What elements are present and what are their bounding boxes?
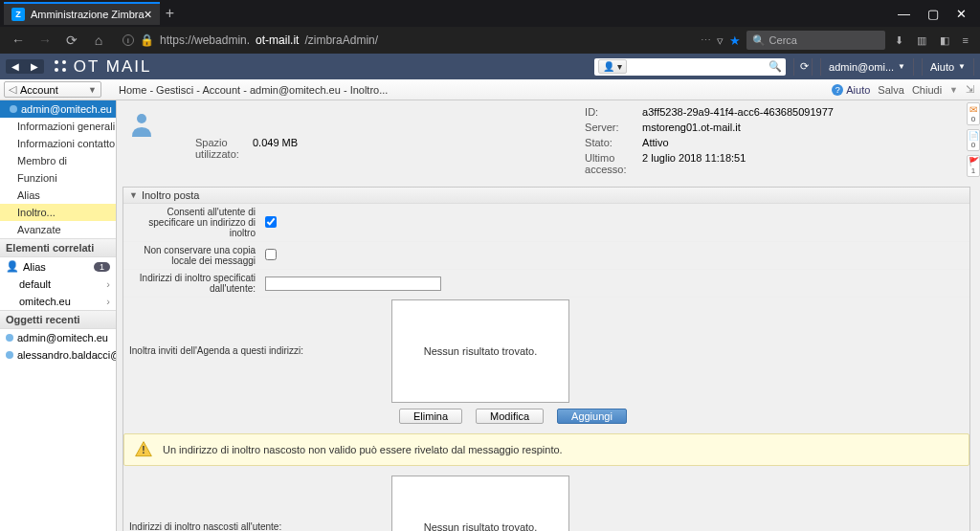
menu-icon[interactable]: ≡ bbox=[963, 34, 969, 47]
downloads-icon[interactable]: ⬇ bbox=[895, 34, 903, 47]
edit-button[interactable]: Modifica bbox=[476, 409, 544, 424]
search-icon[interactable]: 🔍 bbox=[768, 60, 782, 73]
state-label: Stato: bbox=[585, 137, 642, 148]
access-value: 2 luglio 2018 11:18:51 bbox=[642, 152, 746, 175]
hidden-listbox[interactable]: Nessun risultato trovato. bbox=[391, 476, 569, 531]
doc-badge[interactable]: 0 bbox=[967, 129, 980, 151]
collapse-icon: ▼ bbox=[129, 190, 138, 200]
expand-icon[interactable]: ⇲ bbox=[966, 83, 974, 96]
delete-button[interactable]: Elimina bbox=[399, 409, 462, 424]
svg-text:!: ! bbox=[142, 445, 145, 455]
sidebar-item-forwarding[interactable]: Inoltro... bbox=[0, 204, 116, 221]
sidebar-related-header: Elementi correlati bbox=[0, 238, 116, 257]
no-local-copy-label: Non conservare una copia locale dei mess… bbox=[123, 242, 261, 269]
hidden-addresses-label: Indirizzi di inoltro nascosti all'utente… bbox=[123, 474, 391, 531]
app-search[interactable]: 👤 ▾ 🔍 bbox=[594, 58, 786, 76]
add-button[interactable]: Aggiungi bbox=[557, 409, 627, 424]
url-field[interactable]: i 🔒 https://webadmin.ot-mail.it/zimbraAd… bbox=[115, 32, 695, 49]
back-button[interactable]: ← bbox=[8, 30, 29, 51]
refresh-button[interactable]: ⟳ bbox=[793, 58, 813, 76]
window-controls: — ▢ ✕ bbox=[898, 7, 976, 21]
url-suffix: /zimbraAdmin/ bbox=[304, 33, 378, 47]
sidebar-account-header[interactable]: admin@omitech.eu bbox=[0, 100, 116, 118]
access-label: Ultimo accesso: bbox=[585, 152, 642, 175]
tab-close-icon[interactable]: × bbox=[145, 7, 152, 22]
state-value: Attivo bbox=[642, 137, 669, 148]
mail-badge[interactable]: 0 bbox=[967, 102, 980, 125]
save-button[interactable]: Salva bbox=[878, 84, 904, 96]
svg-point-3 bbox=[62, 68, 66, 72]
section-header[interactable]: ▼ Inoltro posta bbox=[123, 188, 969, 204]
home-button[interactable]: ⌂ bbox=[88, 30, 109, 51]
pocket-icon[interactable]: ▿ bbox=[717, 33, 724, 48]
brand-logo: OT MAIL bbox=[54, 57, 151, 77]
user-address-input[interactable] bbox=[265, 277, 441, 291]
content-area: 0 0 1 Spazio utilizzato:0.049 MB ID:a3ff… bbox=[117, 100, 980, 531]
chevron-right-icon: › bbox=[106, 296, 110, 307]
allow-forward-checkbox[interactable] bbox=[265, 216, 277, 228]
svg-point-0 bbox=[55, 60, 58, 64]
sidebar-item-memberof[interactable]: Membro di bbox=[0, 152, 116, 169]
sidebar-item-advanced[interactable]: Avanzate bbox=[0, 221, 116, 238]
help-link[interactable]: ?Aiuto bbox=[832, 84, 870, 96]
alias-icon: 👤 bbox=[6, 260, 19, 273]
history-forward[interactable]: ▶ bbox=[25, 59, 44, 74]
svg-point-4 bbox=[137, 114, 146, 123]
browser-tab[interactable]: Z Amministrazione Zimbra × bbox=[4, 2, 160, 25]
agenda-listbox[interactable]: Nessun risultato trovato. bbox=[391, 299, 569, 403]
sidebar-recent-item[interactable]: alessandro.baldacci@o... › bbox=[0, 346, 116, 364]
flag-badge[interactable]: 1 bbox=[967, 155, 980, 177]
minimize-icon[interactable]: — bbox=[898, 7, 910, 21]
allow-forward-label: Consenti all'utente di specificare un in… bbox=[123, 204, 261, 241]
sidebar-icon[interactable]: ◧ bbox=[940, 34, 949, 47]
sidebar-recent-item[interactable]: admin@omitech.eu bbox=[0, 329, 116, 346]
lock-icon: 🔒 bbox=[140, 33, 154, 47]
search-type-selector[interactable]: 👤 ▾ bbox=[598, 59, 627, 74]
svg-point-2 bbox=[55, 68, 58, 72]
id-label: ID: bbox=[585, 106, 642, 118]
close-chevron-icon[interactable]: ▼ bbox=[949, 85, 958, 95]
new-tab-button[interactable]: + bbox=[166, 5, 174, 22]
sub-nav: ◁ Account ▼ Home - Gestisci - Account - … bbox=[0, 79, 980, 100]
sidebar-related-alias[interactable]: 👤 Alias 1 bbox=[0, 257, 116, 276]
tab-favicon: Z bbox=[11, 8, 25, 21]
alias-count-badge: 1 bbox=[94, 262, 110, 272]
user-addresses-label: Indirizzi di inoltro specificati dall'ut… bbox=[123, 270, 261, 297]
browser-search[interactable]: 🔍 Cerca bbox=[746, 31, 885, 50]
history-back[interactable]: ◀ bbox=[6, 59, 25, 74]
user-menu[interactable]: admin@omi... ▼ bbox=[820, 58, 914, 76]
account-avatar-icon bbox=[126, 110, 157, 141]
library-icon[interactable]: ▥ bbox=[917, 34, 926, 47]
url-domain: ot-mail.it bbox=[256, 33, 299, 47]
user-status-icon bbox=[10, 105, 17, 113]
url-prefix: https://webadmin. bbox=[160, 33, 250, 47]
sidebar-item-contact[interactable]: Informazioni contatto bbox=[0, 135, 116, 152]
search-placeholder: Cerca bbox=[769, 34, 797, 46]
id-value: a3ff5238-29a9-41f4-acc6-463685091977 bbox=[642, 106, 834, 118]
account-selector[interactable]: ◁ Account ▼ bbox=[4, 81, 101, 98]
space-value: 0.049 MB bbox=[253, 137, 298, 160]
sidebar-item-general[interactable]: Informazioni generali bbox=[0, 118, 116, 135]
history-nav: ◀ ▶ bbox=[6, 59, 44, 74]
sidebar-item-alias[interactable]: Alias bbox=[0, 187, 116, 204]
reader-icon[interactable]: ⋯ bbox=[701, 34, 711, 47]
sidebar-recent-header: Oggetti recenti bbox=[0, 310, 116, 329]
chevron-right-icon: › bbox=[106, 278, 110, 290]
sidebar-related-default[interactable]: default › bbox=[0, 276, 116, 293]
sidebar-item-features[interactable]: Funzioni bbox=[0, 169, 116, 187]
no-local-copy-checkbox[interactable] bbox=[265, 249, 277, 260]
info-icon[interactable]: i bbox=[122, 34, 134, 46]
edge-badges: 0 0 1 bbox=[967, 100, 980, 177]
sidebar-related-domain[interactable]: omitech.eu › bbox=[0, 293, 116, 310]
tab-title: Amministrazione Zimbra bbox=[31, 9, 145, 20]
maximize-icon[interactable]: ▢ bbox=[927, 7, 939, 21]
close-button[interactable]: Chiudi bbox=[912, 84, 942, 96]
browser-tab-bar: Z Amministrazione Zimbra × + — ▢ ✕ bbox=[0, 0, 980, 27]
selector-back-icon: ◁ bbox=[9, 83, 16, 96]
help-menu[interactable]: Aiuto ▼ bbox=[922, 58, 974, 76]
reload-button[interactable]: ⟳ bbox=[61, 30, 82, 51]
bookmark-star-icon[interactable]: ★ bbox=[729, 33, 741, 48]
selector-chevron-icon: ▼ bbox=[88, 85, 97, 95]
forward-button: → bbox=[34, 30, 56, 51]
close-window-icon[interactable]: ✕ bbox=[956, 7, 967, 21]
